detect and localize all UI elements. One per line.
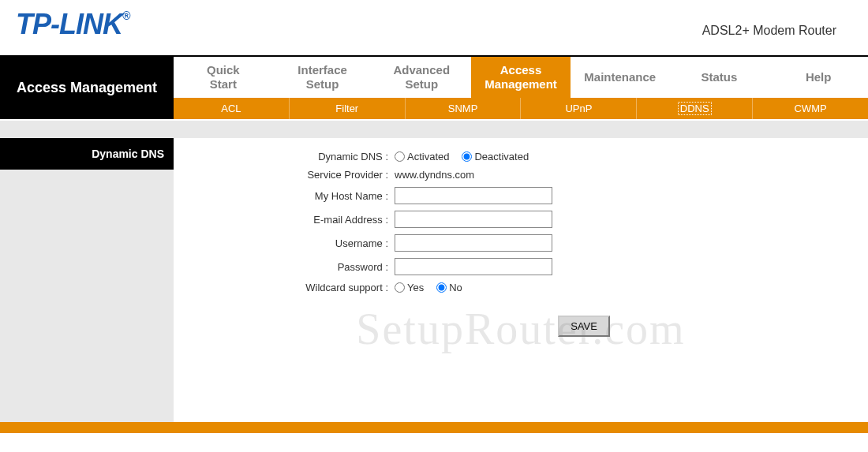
wildcard-yes-option[interactable]: Yes <box>395 282 424 293</box>
ddns-deactivated-radio[interactable] <box>462 151 472 162</box>
radio-label: No <box>449 282 462 293</box>
ddns-activated-option[interactable]: Activated <box>395 151 449 162</box>
save-button[interactable]: SAVE <box>558 316 610 337</box>
tab-label: QuickStart <box>207 63 240 92</box>
brand-text: TP-LINK <box>16 8 122 40</box>
subtab-filter[interactable]: Filter <box>290 98 406 119</box>
subtab-label: SNMP <box>448 103 478 114</box>
subtab-acl[interactable]: ACL <box>174 98 290 119</box>
tab-label: AccessManagement <box>485 63 557 92</box>
ddns-activated-radio[interactable] <box>395 151 405 162</box>
subtab-label: CWMP <box>794 103 826 114</box>
wildcard-no-radio[interactable] <box>436 282 447 293</box>
subtab-label: UPnP <box>565 103 592 114</box>
device-title: ADSL2+ Modem Router <box>702 24 836 38</box>
ddns-label: Dynamic DNS : <box>174 151 395 162</box>
side-fill <box>0 170 174 422</box>
email-input[interactable] <box>395 211 552 228</box>
username-input[interactable] <box>395 234 552 252</box>
tab-label: InterfaceSetup <box>297 63 347 92</box>
subtab-label: DDNS <box>678 102 712 115</box>
tab-label: Maintenance <box>584 70 656 84</box>
bottom-bar <box>0 422 868 433</box>
provider-value: www.dyndns.com <box>395 169 474 181</box>
tab-label: AdvancedSetup <box>393 63 450 92</box>
email-label: E-mail Address : <box>174 214 395 226</box>
ddns-deactivated-option[interactable]: Deactivated <box>462 151 529 162</box>
brand-logo: TP-LINK® <box>16 8 129 41</box>
subtab-snmp[interactable]: SNMP <box>406 98 522 119</box>
host-input[interactable] <box>395 187 552 204</box>
tab-quick-start[interactable]: QuickStart <box>174 57 273 98</box>
tab-maintenance[interactable]: Maintenance <box>571 57 670 98</box>
password-label: Password : <box>174 261 395 273</box>
wildcard-no-option[interactable]: No <box>436 282 462 293</box>
subtab-label: ACL <box>221 103 241 114</box>
password-input[interactable] <box>395 258 552 275</box>
section-title: Access Management <box>0 57 174 119</box>
page-header: Dynamic DNS <box>0 138 174 170</box>
subtab-ddns[interactable]: DDNS <box>637 98 753 119</box>
main-tabs: QuickStart InterfaceSetup AdvancedSetup … <box>174 57 868 98</box>
tab-label: Status <box>702 70 738 84</box>
username-label: Username : <box>174 237 395 249</box>
section-title-text: Access Management <box>17 79 157 97</box>
spacer <box>0 121 868 138</box>
wildcard-label: Wildcard support : <box>174 282 395 293</box>
tab-status[interactable]: Status <box>670 57 769 98</box>
radio-label: Deactivated <box>474 151 529 162</box>
sub-tabs: ACL Filter SNMP UPnP DDNS CWMP <box>174 98 868 119</box>
tab-help[interactable]: Help <box>769 57 868 98</box>
wildcard-yes-radio[interactable] <box>395 282 405 293</box>
subtab-upnp[interactable]: UPnP <box>521 98 637 119</box>
tab-interface-setup[interactable]: InterfaceSetup <box>273 57 372 98</box>
host-label: My Host Name : <box>174 190 395 202</box>
tab-access-management[interactable]: AccessManagement <box>471 57 571 98</box>
subtab-label: Filter <box>335 103 358 114</box>
tab-advanced-setup[interactable]: AdvancedSetup <box>372 57 471 98</box>
radio-label: Yes <box>407 282 424 293</box>
subtab-cwmp[interactable]: CWMP <box>753 98 868 119</box>
radio-label: Activated <box>407 151 449 162</box>
provider-label: Service Provider : <box>174 169 395 181</box>
registered-mark: ® <box>122 9 129 22</box>
tab-label: Help <box>806 70 832 84</box>
